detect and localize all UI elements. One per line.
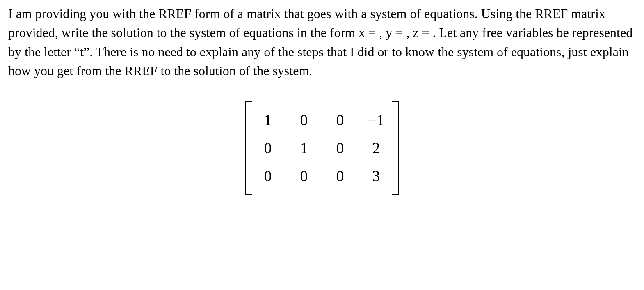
matrix-container: 1 0 0 −1 0 1 0 2 0 0 0 3 — [8, 101, 636, 195]
matrix-cell: 0 — [258, 134, 278, 162]
left-bracket-icon — [245, 101, 251, 195]
matrix-row: 0 1 0 2 — [258, 134, 386, 162]
matrix-cell: 0 — [294, 106, 314, 134]
matrix: 1 0 0 −1 0 1 0 2 0 0 0 3 — [245, 101, 399, 195]
matrix-cell: 1 — [294, 134, 314, 162]
problem-statement: I am providing you with the RREF form of… — [8, 4, 636, 81]
matrix-row: 0 0 0 3 — [258, 162, 386, 190]
matrix-cell: 0 — [258, 162, 278, 190]
matrix-row: 1 0 0 −1 — [258, 106, 386, 134]
right-bracket-icon — [393, 101, 399, 195]
matrix-cell: 2 — [366, 134, 386, 162]
matrix-cell: 1 — [258, 106, 278, 134]
matrix-cell: −1 — [366, 106, 386, 134]
matrix-cell: 0 — [330, 134, 350, 162]
matrix-cell: 0 — [330, 106, 350, 134]
matrix-rows: 1 0 0 −1 0 1 0 2 0 0 0 3 — [251, 101, 393, 195]
problem-text-content: I am providing you with the RREF form of… — [8, 6, 633, 78]
matrix-cell: 0 — [294, 162, 314, 190]
matrix-cell: 3 — [366, 162, 386, 190]
matrix-cell: 0 — [330, 162, 350, 190]
